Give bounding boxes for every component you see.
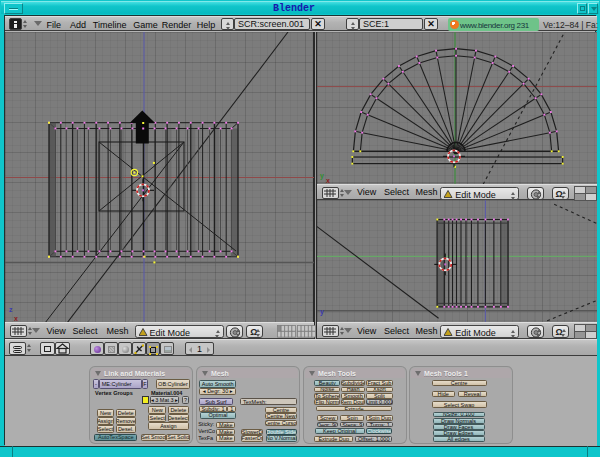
svg-text:x: x — [326, 177, 330, 184]
svg-text:y: y — [320, 172, 324, 180]
svg-text:x: x — [14, 315, 18, 322]
svg-text:y: y — [320, 308, 324, 316]
svg-text:z: z — [9, 306, 13, 313]
